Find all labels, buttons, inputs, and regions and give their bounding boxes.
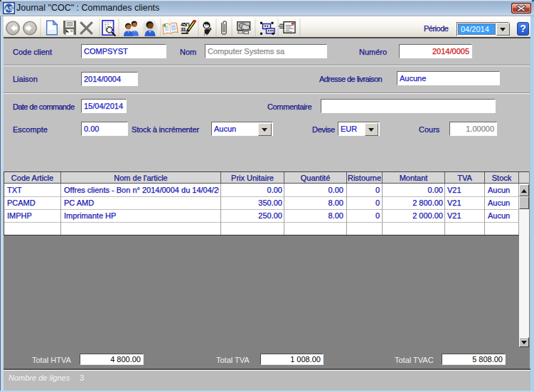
svg-text:AS: AS bbox=[5, 5, 14, 12]
